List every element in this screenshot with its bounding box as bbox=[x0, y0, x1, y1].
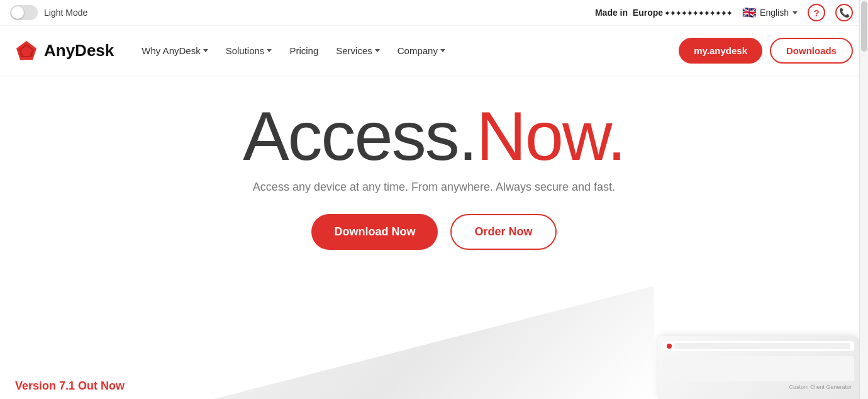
europe-word: Europe bbox=[633, 8, 663, 18]
toggle-knob bbox=[11, 6, 24, 19]
nav-left: AnyDesk Why AnyDesk Solutions Pricing Se… bbox=[15, 40, 453, 62]
scrollbar-thumb[interactable] bbox=[861, 1, 867, 52]
made-in-europe-text: Made in Europe✦✦✦✦✦✦✦✦✦✦✦✦ bbox=[595, 8, 732, 18]
nav-right: my.anydesk Downloads bbox=[679, 38, 853, 64]
preview-content-area bbox=[663, 356, 854, 381]
preview-input-mock bbox=[674, 343, 850, 349]
language-chevron-icon bbox=[793, 11, 798, 14]
language-selector[interactable]: 🇬🇧 English bbox=[742, 6, 798, 20]
light-mode-label: Light Mode bbox=[44, 8, 87, 18]
phone-icon: 📞 bbox=[839, 8, 850, 18]
logo-link[interactable]: AnyDesk bbox=[15, 40, 114, 62]
eu-stars: ✦✦✦✦✦✦✦✦✦✦✦✦ bbox=[664, 9, 732, 18]
language-label: English bbox=[760, 8, 789, 18]
preview-logo-dot bbox=[667, 344, 672, 349]
main-nav: AnyDesk Why AnyDesk Solutions Pricing Se… bbox=[0, 26, 868, 76]
hero-subtext: Access any device at any time. From anyw… bbox=[253, 181, 615, 194]
preview-top-bar bbox=[663, 341, 854, 351]
my-anydesk-button[interactable]: my.anydesk bbox=[679, 38, 762, 64]
nav-services[interactable]: Services bbox=[328, 40, 387, 61]
downloads-button[interactable]: Downloads bbox=[770, 38, 853, 64]
nav-solutions[interactable]: Solutions bbox=[218, 40, 280, 61]
company-chevron-icon bbox=[440, 49, 445, 52]
hero-section: Access.Now. Access any device at any tim… bbox=[0, 76, 868, 262]
headline-access: Access. bbox=[243, 97, 476, 174]
top-bar: Light Mode Made in Europe✦✦✦✦✦✦✦✦✦✦✦✦ 🇬🇧… bbox=[0, 0, 868, 26]
download-now-button[interactable]: Download Now bbox=[311, 214, 438, 250]
order-now-button[interactable]: Order Now bbox=[450, 214, 556, 250]
services-chevron-icon bbox=[375, 49, 380, 52]
nav-pricing[interactable]: Pricing bbox=[282, 40, 326, 61]
why-anydesk-chevron-icon bbox=[203, 49, 208, 52]
top-bar-right: Made in Europe✦✦✦✦✦✦✦✦✦✦✦✦ 🇬🇧 English ? … bbox=[595, 4, 853, 21]
headline-now: Now. bbox=[476, 97, 625, 174]
logo-text: AnyDesk bbox=[44, 41, 114, 60]
solutions-chevron-icon bbox=[267, 49, 272, 52]
nav-company[interactable]: Company bbox=[390, 40, 453, 61]
version-label: Version 7.1 Out Now bbox=[15, 379, 125, 393]
light-mode-toggle[interactable] bbox=[10, 5, 38, 20]
question-mark-icon: ? bbox=[813, 8, 819, 18]
preview-inner: Custom Client Generator bbox=[658, 336, 859, 395]
uk-flag-icon: 🇬🇧 bbox=[742, 6, 756, 20]
help-button[interactable]: ? bbox=[808, 4, 825, 21]
top-bar-left: Light Mode bbox=[10, 5, 87, 20]
preview-screenshot: Custom Client Generator bbox=[658, 336, 859, 399]
logo-diamond-icon bbox=[15, 40, 38, 62]
preview-label: Custom Client Generator bbox=[663, 384, 854, 390]
hero-headline: Access.Now. bbox=[243, 101, 625, 171]
nav-why-anydesk[interactable]: Why AnyDesk bbox=[134, 40, 215, 61]
phone-button[interactable]: 📞 bbox=[835, 4, 853, 21]
scrollbar[interactable] bbox=[859, 0, 868, 399]
nav-links: Why AnyDesk Solutions Pricing Services C… bbox=[134, 40, 453, 61]
hero-buttons: Download Now Order Now bbox=[311, 214, 556, 250]
